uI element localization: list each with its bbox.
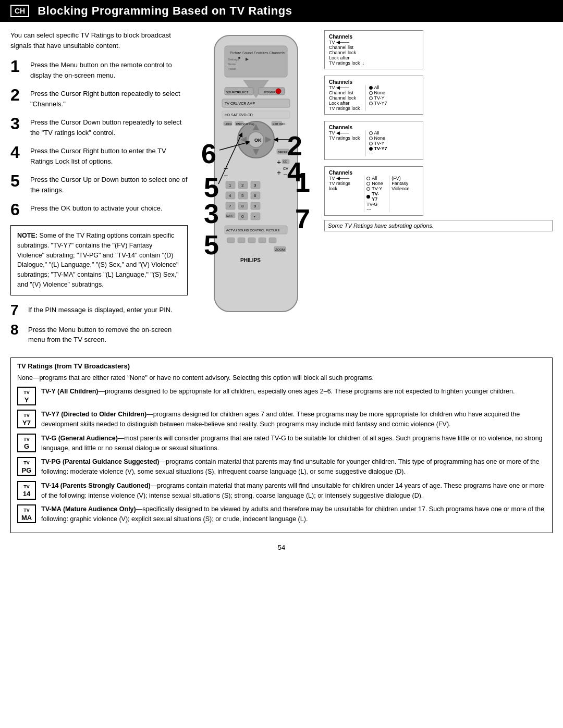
rating-badge-tvy7: TV Y7 <box>17 410 36 428</box>
left-column: You can select specific TV Ratings to bl… <box>10 30 188 350</box>
svg-text:+: + <box>277 158 281 166</box>
step-number-3: 3 <box>10 115 25 132</box>
panel4-subrating: (FV) FantasyViolence <box>389 176 419 212</box>
step-number-8: 8 <box>10 323 23 337</box>
main-content: You can select specific TV Ratings to bl… <box>0 30 563 350</box>
page-number: 54 <box>0 538 563 557</box>
panel3-dashes: --- <box>369 151 387 156</box>
svg-text:−: − <box>224 171 228 180</box>
svg-text:•: • <box>254 214 255 219</box>
panel3-radio-tvy7: TV-Y7 <box>369 146 387 151</box>
svg-text:2: 2 <box>241 183 244 188</box>
panel2-tv-ratings: TV ratings lock <box>329 106 360 111</box>
svg-text:MENU: MENU <box>278 151 287 154</box>
rating-text-tvy: TV-Y (All Children)—programs designed to… <box>41 387 515 397</box>
rating-badge-tvg: TV G <box>17 434 36 452</box>
svg-text:5: 5 <box>241 193 244 198</box>
svg-text:OK: OK <box>254 138 262 143</box>
panel1-tv-ratings: TV ratings lock ↓ <box>329 60 364 66</box>
svg-text:Settings: Settings <box>228 58 239 61</box>
rating-text-tvy7: TV-Y7 (Directed to Older Children)—progr… <box>41 410 546 429</box>
remote-image: Picture Sound Features Channels Settings… <box>199 30 313 324</box>
panel3-radio-none: None <box>369 135 387 141</box>
svg-text:HD  SAT  DVD  CD: HD SAT DVD CD <box>225 113 253 117</box>
rating-badge-tvpg: TV PG <box>17 457 36 476</box>
svg-text:EXIT  INFO: EXIT INFO <box>273 122 285 126</box>
panel1-channel-lock: Channel lock <box>329 50 364 55</box>
svg-text:Demo: Demo <box>228 63 237 66</box>
rating-badge-tvy: TV Y <box>17 387 36 405</box>
svg-rect-69 <box>227 238 235 243</box>
panel2-channel-lock: Channel lock <box>329 95 360 101</box>
step-5: 5 Press the Cursor Up or Down button to … <box>10 172 188 195</box>
panel2-channel-list: Channel list <box>329 90 360 95</box>
panel2-radio-tvy: TV-Y <box>369 95 387 101</box>
rating-badge-tvma: TV MA <box>17 504 36 523</box>
screen-panels: Channels TV ◀—— Channel list Channel loc… <box>324 30 553 216</box>
svg-text:ACTVU: ACTVU <box>226 229 237 232</box>
svg-text:CC: CC <box>283 160 287 163</box>
panel1-channel-list: Channel list <box>329 45 364 50</box>
page-title: Blocking Programming Based on TV Ratings <box>38 4 292 18</box>
step-number-7: 7 <box>10 303 23 317</box>
ratings-none-text: None—programs that are either rated "Non… <box>17 373 546 383</box>
step-8: 8 Press the Menu button to remove the on… <box>10 323 188 345</box>
svg-text:TV  CRL  VCR  AMP: TV CRL VCR AMP <box>225 102 255 105</box>
step-text-4: Press the Cursor Right button to enter t… <box>30 144 188 166</box>
center-column: Picture Sound Features Channels Settings… <box>196 30 316 350</box>
step-2: 2 Press the Cursor Right button repeated… <box>10 87 188 109</box>
rating-entry-tvg: TV G TV-G (General Audience)—most parent… <box>17 434 546 453</box>
svg-text:Picture  Sound  Features  Chan: Picture Sound Features Channels <box>230 51 285 55</box>
svg-rect-71 <box>248 238 255 243</box>
svg-rect-64 <box>251 213 260 220</box>
svg-text:ZOOM: ZOOM <box>275 248 285 251</box>
svg-text:PHILIPS: PHILIPS <box>240 257 261 263</box>
screen-panel-1: Channels TV ◀—— Channel list Channel loc… <box>324 30 423 69</box>
svg-rect-73 <box>269 238 276 243</box>
step-text-1: Press the Menu button on the remote cont… <box>30 58 188 80</box>
step-4: 4 Press the Cursor Right button to enter… <box>10 144 188 166</box>
svg-text:6: 6 <box>254 193 256 198</box>
step-6: 6 Press the OK button to activate your c… <box>10 201 188 218</box>
svg-point-14 <box>276 89 281 94</box>
panel2-channels: Channels <box>329 79 419 85</box>
panel3-tv: TV ◀—— <box>329 130 360 135</box>
panel3-radio-tvy: TV-Y <box>369 141 387 146</box>
rating-text-tvpg: TV-PG (Parental Guidance Suggested)—prog… <box>41 457 546 477</box>
svg-text:POWER: POWER <box>264 91 276 94</box>
svg-text:−: − <box>283 170 287 179</box>
svg-text:3: 3 <box>254 183 256 188</box>
right-column: Channels TV ◀—— Channel list Channel loc… <box>324 30 553 350</box>
intro-text: You can select specific TV Ratings to bl… <box>10 30 188 51</box>
svg-text:Install: Install <box>228 67 236 70</box>
svg-text:7: 7 <box>295 204 310 234</box>
step-text-7: If the PIN message is displayed, enter y… <box>28 303 173 315</box>
panel4-dashes: --- <box>366 207 385 212</box>
svg-point-6 <box>238 57 240 59</box>
panel1-channels: Channels <box>329 34 364 40</box>
rating-text-tv14: TV-14 (Parents Strongly Cautioned)—progr… <box>41 481 546 501</box>
step-number-4: 4 <box>10 144 25 161</box>
step-number-2: 2 <box>10 87 25 103</box>
panel4-radio-tvy: TV-Y <box>366 186 385 191</box>
panel2-tv: TV ◀—— <box>329 85 360 90</box>
panel4-tv-g: TV-G <box>366 202 385 207</box>
svg-text:8: 8 <box>241 204 244 208</box>
rating-text-tvma: TV-MA (Mature Audience Only)—specificall… <box>41 504 546 524</box>
screen-panel-3: Channels TV ◀—— TV ratings lock All None <box>324 121 423 160</box>
svg-text:▶: ▶ <box>246 57 249 61</box>
svg-text:1: 1 <box>229 183 231 188</box>
step-1: 1 Press the Menu button on the remote co… <box>10 58 188 80</box>
rating-badge-tv14: TV 14 <box>17 481 36 500</box>
svg-rect-72 <box>259 238 266 243</box>
panel4-radio-all: All <box>366 176 385 181</box>
svg-rect-1 <box>225 46 287 77</box>
svg-text:LOCA: LOCA <box>225 122 232 126</box>
rating-entry-tvy7: TV Y7 TV-Y7 (Directed to Older Children)… <box>17 410 546 429</box>
panel3-channels: Channels <box>329 125 419 130</box>
panel4-channels: Channels <box>329 170 419 176</box>
step-text-5: Press the Cursor Up or Down button to se… <box>30 172 188 195</box>
panel4-radio-none: None <box>366 181 385 186</box>
svg-text:+: + <box>277 168 281 177</box>
panel2-radio-all: All <box>369 85 387 90</box>
